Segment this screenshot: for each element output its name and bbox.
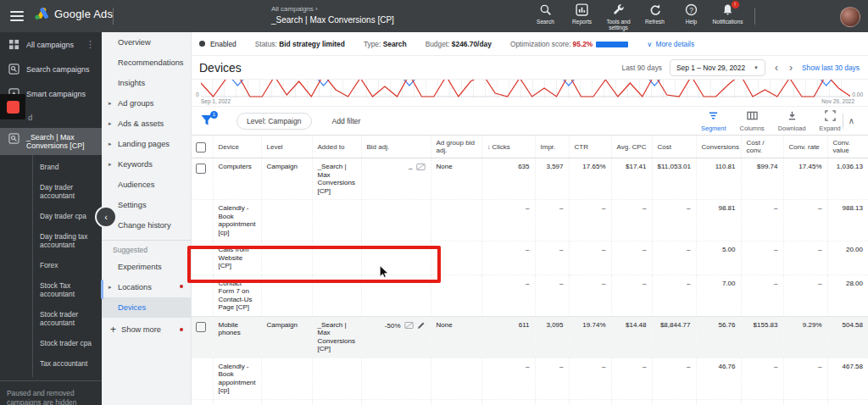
campaign-item-day-trading-tax-accountant[interactable]: Day trading tax accountant xyxy=(33,226,102,255)
date-range-selector[interactable]: Sep 1 – Nov 29, 2022 ▼ xyxy=(670,59,765,76)
cell-level xyxy=(261,358,312,399)
column-header-added-to[interactable]: Added to xyxy=(312,136,361,158)
conversion-action-row-calendly-book-appointment-cp[interactable]: Calendly - Book appointment [cp]–––––98.… xyxy=(191,200,868,241)
notification-badge: ! xyxy=(731,0,740,9)
cell-device: Computers xyxy=(213,158,261,200)
kebab-menu-icon[interactable]: ⋮ xyxy=(86,39,97,50)
sidebar-item-audiences[interactable]: Audiences xyxy=(102,175,191,195)
column-header-avg-cpc[interactable]: Avg. CPC xyxy=(611,136,652,158)
column-header-conv-value[interactable]: Conv. value xyxy=(827,136,868,158)
campaign-item-stock-tax-accountant[interactable]: Stock Tax accountant xyxy=(33,275,102,304)
sidebar-item-keywords[interactable]: ▸Keywords xyxy=(102,154,191,175)
red-series-line xyxy=(201,80,851,97)
cell-ad-group-bid-adj: None xyxy=(431,158,481,200)
sidebar-item-recommendations[interactable]: Recommendations xyxy=(102,53,191,73)
cell-avg-cpc: – xyxy=(611,399,652,405)
column-header-cost[interactable]: Cost xyxy=(652,136,696,158)
expand-button[interactable]: Expand xyxy=(820,110,841,132)
conversion-action-row-calls-from-ads[interactable]: Calls from ads–––––1.00––1.00 xyxy=(191,399,868,405)
topbar-action-reports[interactable]: Reports xyxy=(564,3,600,31)
row-checkbox[interactable] xyxy=(196,164,206,174)
cell-level xyxy=(261,399,312,405)
campaign-item-tax-accountant[interactable]: Tax accountant xyxy=(33,353,102,374)
campaign-item-stock-trader-cpa[interactable]: Stock trader cpa xyxy=(33,333,102,353)
cell-device: Mobile phones xyxy=(213,316,261,358)
conversion-action-row-calendly-book-appointment-cp[interactable]: Calendly - Book appointment [cp]–––––46.… xyxy=(191,358,868,399)
annotation-box xyxy=(187,246,441,283)
cell-bid-adj xyxy=(361,358,431,399)
next-period-button[interactable]: › xyxy=(787,62,794,74)
sidebar-item-ads-assets[interactable]: ▸Ads & assets xyxy=(102,114,191,134)
nav-selected-campaign[interactable]: _Search | Max Conversions [CP] xyxy=(0,128,102,155)
sidebar-item-devices[interactable]: Devices xyxy=(102,297,191,318)
show-last-30-days-link[interactable]: Show last 30 days xyxy=(802,64,860,72)
collapse-sidebar-button[interactable]: ‹ xyxy=(95,206,117,228)
more-details-link[interactable]: ∨More details xyxy=(647,40,694,48)
column-header-level[interactable]: Level xyxy=(261,136,312,158)
column-header-conv-rate[interactable]: Conv. rate xyxy=(783,136,827,158)
cell-avg-cpc: – xyxy=(611,200,652,241)
filter-icon[interactable]: 1 xyxy=(201,114,214,128)
column-header-device[interactable]: Device xyxy=(213,136,261,158)
sidebar-item-overview[interactable]: Overview xyxy=(102,32,191,53)
columns-button[interactable]: Columns xyxy=(740,110,765,132)
topbar-action-search[interactable]: Search xyxy=(527,3,564,31)
prev-period-button[interactable]: ‹ xyxy=(773,62,780,74)
cell-cost-per-conv: – xyxy=(741,358,783,399)
column-header-cost-conv[interactable]: Cost / conv. xyxy=(741,136,783,158)
level-filter-chip[interactable]: Level: Campaign xyxy=(236,113,312,130)
cell-conv-value: 1,036.13 xyxy=(827,158,868,200)
cell-conv-value: 988.13 xyxy=(827,200,868,241)
sidebar-item-locations[interactable]: ▸Locations xyxy=(102,277,191,297)
column-header-conversions[interactable]: Conversions xyxy=(696,136,741,158)
segment-button[interactable]: Segment xyxy=(701,110,726,132)
campaign-item-day-trader-cpa[interactable]: Day trader cpa xyxy=(33,206,102,226)
column-header-clicks[interactable]: ↓Clicks xyxy=(481,136,535,158)
breadcrumb[interactable]: All campaigns › _Search | Max Conversion… xyxy=(271,4,394,25)
breadcrumb-parent[interactable]: All campaigns xyxy=(271,5,314,13)
google-ads-logo[interactable]: Google Ads xyxy=(34,7,113,20)
column-header-impr[interactable]: Impr. xyxy=(535,136,569,158)
row-checkbox[interactable] xyxy=(196,322,206,332)
topbar-action-help[interactable]: ?Help xyxy=(673,3,709,31)
blue-series-line xyxy=(231,80,832,86)
topbar-action-tools-and-settings[interactable]: Tools and settings xyxy=(600,3,637,31)
y-axis-right-label: 0.00 xyxy=(850,92,865,98)
column-header-ctr[interactable]: CTR xyxy=(569,136,611,158)
menu-icon[interactable] xyxy=(10,11,24,24)
nav-all-campaigns[interactable]: All campaigns⋮ xyxy=(0,32,102,57)
nav-search-campaigns[interactable]: Search campaigns xyxy=(0,57,102,81)
edit-bid-pencil-icon[interactable] xyxy=(417,321,426,332)
scrollbar-thumb[interactable] xyxy=(101,280,103,299)
chart-plot-area[interactable] xyxy=(201,80,851,98)
bid-simulator-icon[interactable] xyxy=(404,321,414,332)
topbar-action-notifications[interactable]: !Notifications xyxy=(709,3,746,31)
topbar-action-refresh[interactable]: Refresh xyxy=(637,3,673,31)
download-button[interactable]: Download xyxy=(778,110,806,132)
bid-simulator-icon[interactable] xyxy=(416,163,426,174)
campaign-item-stock-trader-accountant[interactable]: Stock trader accountant xyxy=(33,304,102,333)
campaign-item-day-trader-accountant[interactable]: Day trader accountant xyxy=(33,177,102,206)
select-all-checkbox[interactable] xyxy=(196,142,206,153)
column-header-bid-adj[interactable]: Bid adj. xyxy=(361,136,431,158)
device-row-mobile-phones[interactable]: Mobile phonesCampaign_Search | Max Conve… xyxy=(191,316,868,358)
sidebar-item-experiments[interactable]: Experiments xyxy=(102,257,191,277)
campaign-status-bar: Enabled Status: Bid strategy limited Typ… xyxy=(191,32,868,56)
topbar-divider-2 xyxy=(754,8,755,25)
ads-logo-icon xyxy=(34,7,49,20)
collapse-table-icon[interactable]: ∧ xyxy=(845,116,858,125)
campaign-item-forex[interactable]: Forex xyxy=(33,255,102,275)
sidebar-item-ad-groups[interactable]: ▸Ad groups xyxy=(102,93,191,114)
avatar[interactable] xyxy=(840,7,860,27)
add-filter-button[interactable]: Add filter xyxy=(332,117,361,125)
sidebar-item-landing-pages[interactable]: ▸Landing pages xyxy=(102,134,191,154)
campaign-item-brand[interactable]: Brand xyxy=(33,157,102,177)
table-toolbar: 1 Level: Campaign Add filter SegmentColu… xyxy=(191,107,868,136)
sidebar-item-insights[interactable]: Insights xyxy=(102,73,191,93)
column-header-ad-group-bid-adj[interactable]: Ad group bid adj. xyxy=(431,136,481,158)
device-row-computers[interactable]: ComputersCampaign_Search | Max Conversio… xyxy=(191,158,868,200)
cell-device: Calendly - Book appointment [cp] xyxy=(213,200,261,241)
show-more-button[interactable]: + Show more xyxy=(102,318,191,341)
cell-ad-group-bid-adj xyxy=(431,200,481,241)
columns-icon xyxy=(747,110,758,123)
